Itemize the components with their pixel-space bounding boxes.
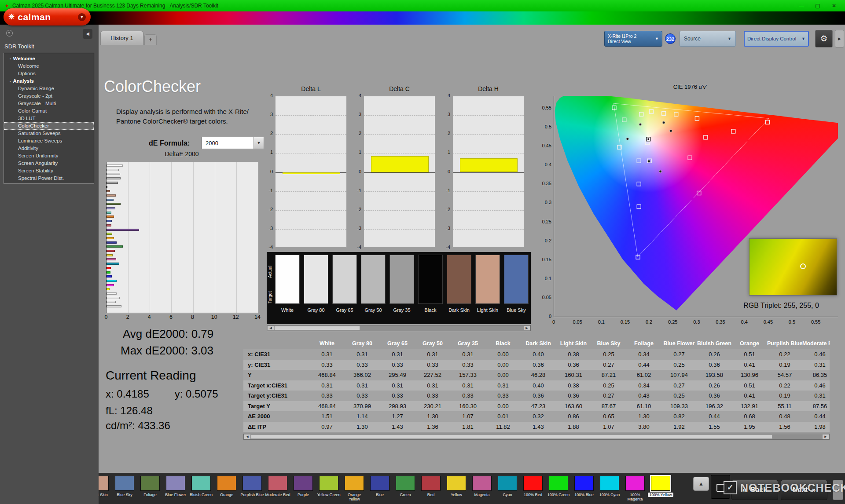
patch-button-yellow[interactable]: Yellow xyxy=(444,473,469,504)
de-formula-value: 2000 xyxy=(206,140,218,146)
target-point-marker xyxy=(688,156,692,160)
back-button[interactable]: « Back xyxy=(731,480,778,500)
maximize-button[interactable]: ▢ xyxy=(811,3,824,9)
source-dropdown[interactable]: Source ▼ xyxy=(680,31,736,47)
settings-gear-button[interactable]: ⚙ xyxy=(815,30,833,47)
tree-section-analysis[interactable]: ▪Analysis xyxy=(4,77,94,85)
next-button[interactable]: Next » xyxy=(781,480,827,500)
close-button[interactable]: ✕ xyxy=(827,3,841,9)
y-axis-tick-label: -4 xyxy=(263,245,273,250)
patch-button-100-yellow[interactable]: 100% Yellow xyxy=(648,473,673,504)
patch-button-orange-yellow[interactable]: Orange Yellow xyxy=(342,473,367,504)
scroll-thumb[interactable] xyxy=(274,326,360,330)
table-cell: 54.57 xyxy=(767,370,802,380)
table-cell: 163.60 xyxy=(556,401,591,412)
scroll-right-arrow[interactable]: ▶ xyxy=(524,326,530,330)
table-cell: 0.00 xyxy=(485,401,521,412)
patch-button-100-blue[interactable]: 100% Blue xyxy=(571,473,597,504)
table-cell: 87.56 xyxy=(802,401,830,412)
minimize-button[interactable]: — xyxy=(795,3,808,9)
sidebar-item-luminance-sweeps[interactable]: Luminance Sweeps xyxy=(4,137,94,145)
tree-section-welcome[interactable]: ▪Welcome xyxy=(4,55,94,62)
sidebar-item-saturation-sweeps[interactable]: Saturation Sweeps xyxy=(4,130,94,137)
y-axis-tick-label: -1 xyxy=(441,188,450,193)
tree-item-label: Analysis xyxy=(13,78,33,84)
cie-chart-title: CIE 1976 u'v' xyxy=(536,84,844,90)
table-cell: 0.31 xyxy=(345,349,380,360)
tree-item-label: Welcome xyxy=(13,56,35,61)
patch-button-blue-flower[interactable]: Blue Flower xyxy=(163,473,188,504)
target-point-marker xyxy=(649,110,653,113)
patch-button-green[interactable]: Green xyxy=(393,473,418,504)
pattern-window-button[interactable] xyxy=(711,475,730,499)
sidebar-item-welcome[interactable]: Welcome xyxy=(4,62,94,70)
swatch-strip-scrollbar[interactable]: ◀▶ xyxy=(267,325,531,331)
grid-line xyxy=(128,162,129,313)
patch-button-100-cyan[interactable]: 100% Cyan xyxy=(597,473,622,504)
sidebar-item-grayscale-multi[interactable]: Grayscale - Multi xyxy=(4,100,94,107)
table-cell: 0.38 xyxy=(556,380,591,391)
delta-chart-delta-l xyxy=(275,96,347,248)
patch-button-blue[interactable]: Blue xyxy=(367,473,393,504)
cd-m2-value: cd/m²: 433.36 xyxy=(106,420,170,432)
x-value: x: 0.4185 xyxy=(106,388,149,400)
patch-button-moderate-red[interactable]: Moderate Red xyxy=(265,473,290,504)
patch-button-orange[interactable]: Orange xyxy=(214,473,239,504)
patch-button-magenta[interactable]: Magenta xyxy=(469,473,495,504)
display-control-dropdown[interactable]: Direct Display Control ▼ xyxy=(744,31,809,47)
sidebar-item-colorchecker[interactable]: ColorChecker xyxy=(4,122,94,130)
target-point-marker xyxy=(697,191,701,195)
add-tab-button[interactable]: + xyxy=(144,34,157,45)
patch-swatch-label: Gray 80 xyxy=(301,307,331,313)
de-formula-select[interactable]: 2000 ▼ xyxy=(202,137,264,149)
sidebar-item-3d-lut[interactable]: 3D LUT xyxy=(4,115,94,122)
sidebar-item-grayscale-2pt[interactable]: Grayscale - 2pt xyxy=(4,92,94,100)
table-cell: 0.46 xyxy=(802,380,830,391)
patch-color xyxy=(242,476,262,491)
table-cell: 1.95 xyxy=(732,422,767,432)
patch-color xyxy=(319,476,338,491)
y-axis-tick-label: 4 xyxy=(441,93,450,98)
sidebar-item-screen-stability[interactable]: Screen Stability xyxy=(4,167,94,175)
logo-menu-caret-icon[interactable]: ▼ xyxy=(78,13,86,21)
scroll-left-arrow[interactable]: ◀ xyxy=(244,435,250,439)
page-forward-button[interactable]: » xyxy=(833,480,843,500)
scroll-thumb[interactable] xyxy=(251,435,772,439)
patch-button-cyan[interactable]: Cyan xyxy=(495,473,520,504)
patch-button-purplish-blue[interactable]: Purplish Blue xyxy=(239,473,265,504)
tree-item-label: Luminance Sweeps xyxy=(18,138,62,143)
rgb-zoom-inset xyxy=(749,238,837,296)
de-bar-100-green xyxy=(107,271,110,274)
sidebar-item-color-gamut[interactable]: Color Gamut xyxy=(4,107,94,115)
patch-button-100-red[interactable]: 100% Red xyxy=(520,473,546,504)
pattern-bar-up-button[interactable]: ▲ xyxy=(693,477,709,491)
sidebar-item-screen-angularity[interactable]: Screen Angularity xyxy=(4,160,94,167)
window-pattern-icon xyxy=(716,484,727,492)
source-label: Source xyxy=(684,36,701,42)
sidebar-item-dynamic-range[interactable]: Dynamic Range xyxy=(4,85,94,92)
sidebar-options-icon[interactable] xyxy=(6,30,13,37)
patch-button-purple[interactable]: Purple xyxy=(290,473,316,504)
sidebar-item-spectral-power-dist[interactable]: Spectral Power Dist. xyxy=(4,175,94,182)
y-axis-tick-label: -1 xyxy=(263,188,273,193)
sidebar-item-additivity[interactable]: Additivity xyxy=(4,145,94,152)
patch-button-100-green[interactable]: 100% Green xyxy=(546,473,571,504)
sidebar-collapse-button[interactable]: ◀ xyxy=(83,29,92,39)
patch-button-blue-sky[interactable]: Blue Sky xyxy=(112,473,137,504)
patch-label: 100% Green xyxy=(546,493,571,497)
patch-button-foliage[interactable]: Foliage xyxy=(137,473,163,504)
patch-button-bluish-green[interactable]: Bluish Green xyxy=(188,473,214,504)
scroll-right-arrow[interactable]: ▶ xyxy=(823,435,829,439)
patch-button-yellow-green[interactable]: Yellow Green xyxy=(316,473,342,504)
tab-history-1[interactable]: History 1 xyxy=(100,31,143,45)
patch-button-100-magenta[interactable]: 100% Magenta xyxy=(622,473,648,504)
scroll-left-arrow[interactable]: ◀ xyxy=(268,326,274,330)
table-scrollbar[interactable]: ◀▶ xyxy=(243,434,830,440)
patch-button-red[interactable]: Red xyxy=(418,473,444,504)
right-panel-toggle-button[interactable]: ▶ xyxy=(835,30,844,47)
calman-logo-button[interactable]: ❋ calman ▼ xyxy=(4,8,91,26)
sidebar-item-screen-uniformity[interactable]: Screen Uniformity xyxy=(4,152,94,160)
sidebar-item-options[interactable]: Options xyxy=(4,70,94,77)
patch-button-light-skin[interactable]: Light Skin xyxy=(99,473,112,504)
meter-dropdown[interactable]: X-Rite i1Pro 2 Direct View ▼ xyxy=(604,31,662,47)
